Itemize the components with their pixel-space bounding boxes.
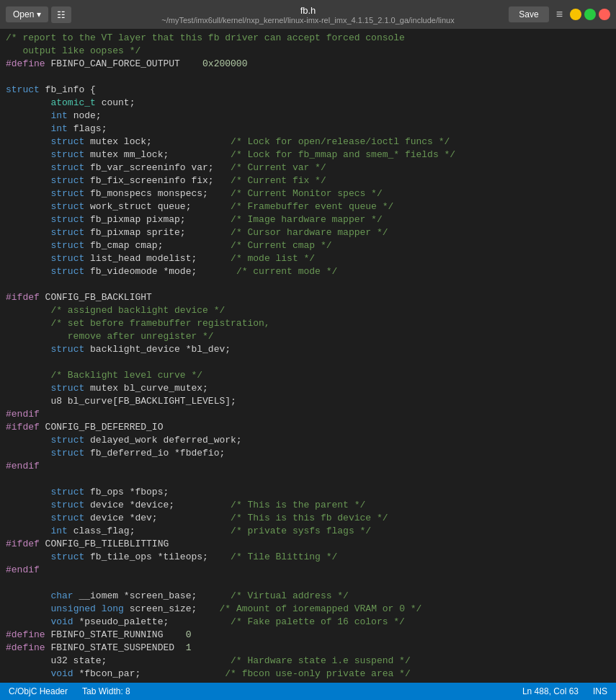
code-line: /* assigned backlight device */ [0, 304, 616, 317]
file-title: fb.h [161, 5, 454, 16]
code-line: struct fb_monspecs monspecs; /* Current … [0, 187, 616, 200]
code-line: #ifdef CONFIG_FB_BACKLIGHT [0, 291, 616, 304]
close-button[interactable] [599, 9, 610, 20]
code-line: unsigned long screen_size; /* Amount of … [0, 603, 616, 616]
code-line: struct mutex mm_lock; /* Lock for fb_mma… [0, 149, 616, 161]
titlebar: Open ▾ ☷ fb.h ~/myTest/imx6ull/kernel/nx… [0, 0, 616, 29]
code-line: atomic_t count; [0, 97, 616, 110]
code-line: struct fb_info { [0, 84, 616, 97]
code-line [0, 681, 616, 683]
minimize-button[interactable] [570, 9, 581, 20]
code-line [0, 473, 616, 486]
code-line: int node; [0, 110, 616, 123]
code-line: struct fb_fix_screeninfo fix; /* Current… [0, 174, 616, 187]
code-line: struct fb_pixmap pixmap; /* Image hardwa… [0, 213, 616, 226]
code-line: struct mutex bl_curve_mutex; [0, 382, 616, 395]
code-line [0, 71, 616, 84]
code-line [0, 356, 616, 369]
code-line: /* set before framebuffer registration, [0, 317, 616, 330]
statusbar-right: Ln 488, Col 63 INS [522, 686, 607, 696]
code-line: u32 state; /* Hardware state i.e suspend… [0, 655, 616, 668]
code-line: struct list_head modelist; /* mode list … [0, 252, 616, 265]
code-line: #ifdef CONFIG_FB_DEFERRED_IO [0, 421, 616, 434]
code-line: struct backlight_device *bl_dev; [0, 343, 616, 356]
editor: /* report to the VT layer that this fb d… [0, 29, 616, 683]
code-line: int class_flag; /* private sysfs flags *… [0, 525, 616, 538]
code-line: struct fb_cmap cmap; /* Current cmap */ [0, 239, 616, 252]
titlebar-center: fb.h ~/myTest/imx6ull/kernel/nxp_kernel/… [161, 5, 454, 25]
code-line: struct mutex lock; /* Lock for open/rele… [0, 136, 616, 149]
code-line: struct device *dev; /* This is this fb d… [0, 512, 616, 525]
code-line: #endif [0, 564, 616, 577]
code-line: struct fb_var_screeninfo var; /* Current… [0, 161, 616, 174]
edit-mode: INS [593, 686, 607, 696]
code-line: struct fb_videomode *mode; /* current mo… [0, 265, 616, 278]
code-line: int flags; [0, 123, 616, 136]
chevron-down-icon: ▾ [37, 9, 41, 19]
maximize-button[interactable] [584, 9, 596, 20]
code-line: void *pseudo_palette; /* Fake palette of… [0, 616, 616, 629]
code-area[interactable]: /* report to the VT layer that this fb d… [0, 29, 616, 683]
code-line: char __iomem *screen_base; /* Virtual ad… [0, 590, 616, 603]
titlebar-right: Save ≡ [509, 6, 610, 22]
code-line: remove after unregister */ [0, 330, 616, 343]
menu-button[interactable]: ≡ [552, 6, 567, 22]
open-button[interactable]: Open ▾ [6, 6, 48, 22]
code-line: struct fb_pixmap sprite; /* Cursor hardw… [0, 226, 616, 239]
code-line: struct work_struct queue; /* Framebuffer… [0, 200, 616, 213]
save-button[interactable]: Save [509, 6, 548, 22]
tab-width-selector[interactable]: Tab Width: 8 [82, 686, 130, 696]
code-line [0, 577, 616, 590]
code-line: struct fb_ops *fbops; [0, 486, 616, 499]
code-line: struct delayed_work deferred_work; [0, 434, 616, 447]
code-line: /* Backlight level curve */ [0, 369, 616, 382]
file-path: ~/myTest/imx6ull/kernel/nxp_kernel/linux… [161, 16, 454, 25]
code-line: struct fb_deferred_io *fbdefio; [0, 447, 616, 460]
language-selector[interactable]: C/ObjC Header [9, 686, 68, 696]
cursor-position: Ln 488, Col 63 [522, 686, 579, 696]
code-line: #ifdef CONFIG_FB_TILEBLITTING [0, 538, 616, 551]
code-line: #define FBINFO_STATE_SUSPENDED 1 [0, 642, 616, 655]
titlebar-left: Open ▾ ☷ [6, 6, 71, 23]
open-label: Open [13, 9, 34, 19]
code-line: #endif [0, 460, 616, 473]
code-line: #define FBINFO_STATE_RUNNING 0 [0, 629, 616, 642]
code-line: #define FBINFO_CAN_FORCE_OUTPUT 0x200000 [0, 58, 616, 71]
code-line [0, 278, 616, 291]
code-line: struct device *device; /* This is the pa… [0, 499, 616, 512]
code-line: #endif [0, 408, 616, 421]
code-line: u8 bl_curve[FB_BACKLIGHT_LEVELS]; [0, 395, 616, 408]
code-line: /* report to the VT layer that this fb d… [0, 32, 616, 45]
file-icon-button[interactable]: ☷ [51, 6, 71, 23]
code-line: struct fb_tile_ops *tileops; /* Tile Bli… [0, 551, 616, 564]
code-line: output like oopses */ [0, 45, 616, 58]
statusbar: C/ObjC Header Tab Width: 8 Ln 488, Col 6… [0, 683, 616, 700]
code-line: void *fbcon_par; /* fbcon use-only priva… [0, 668, 616, 681]
